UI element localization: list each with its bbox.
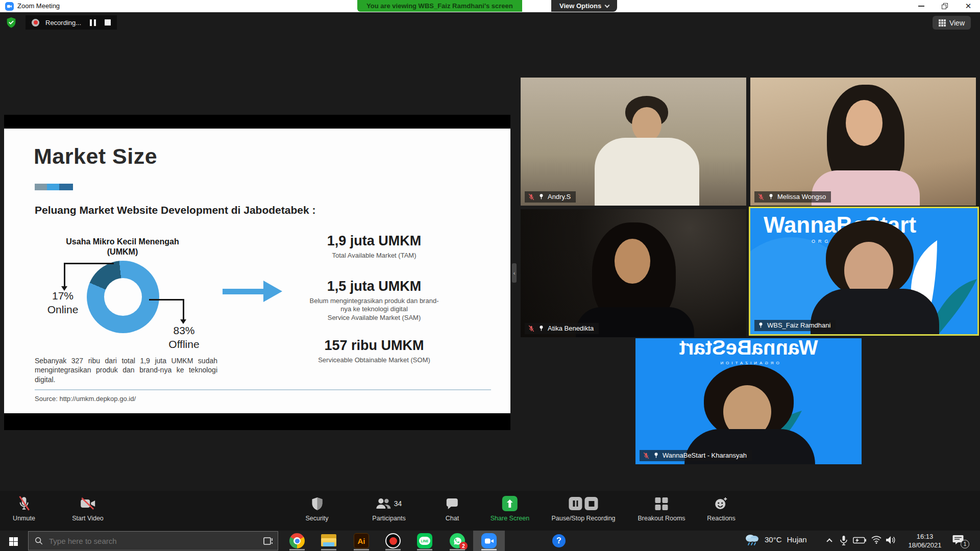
recorder-taskbar-icon[interactable] — [385, 533, 401, 548]
mic-muted-icon — [528, 325, 535, 332]
taskbar-search[interactable] — [28, 531, 278, 550]
minimize-icon — [918, 6, 924, 7]
tray-date: 18/06/2021 — [904, 541, 945, 549]
slide-title-accent-blocks — [35, 184, 73, 190]
recording-stop-button[interactable] — [105, 19, 111, 26]
start-video-button[interactable]: Start Video — [72, 496, 104, 522]
mic-muted-icon — [528, 193, 535, 201]
breakout-rooms-icon — [655, 497, 668, 510]
participant-nametag: Atika Benedikta — [525, 323, 599, 334]
recording-pause-button[interactable] — [87, 19, 99, 26]
security-button[interactable]: Security — [305, 496, 328, 522]
chrome-taskbar-icon[interactable] — [289, 533, 305, 548]
video-tile-andry[interactable]: Andry.S — [521, 78, 746, 206]
search-input[interactable] — [49, 537, 253, 545]
tray-mic-icon[interactable] — [840, 536, 847, 548]
task-view-icon — [262, 537, 273, 545]
zoom-icon — [481, 533, 497, 548]
start-button[interactable] — [4, 536, 22, 547]
illustrator-taskbar-icon[interactable]: Ai — [354, 533, 369, 548]
participant-nametag: WBS_Faiz Ramdhani — [754, 320, 836, 331]
panel-resize-handle[interactable]: ‹ — [512, 263, 517, 283]
stat-som: 157 ribu UMKM Serviceable Obtainable Mar… — [282, 338, 466, 364]
shared-screen-region: Market Size Peluang Market Website Devel… — [4, 115, 510, 430]
slide-divider-line — [35, 389, 491, 390]
task-view-button[interactable] — [260, 533, 275, 548]
participants-icon — [376, 498, 391, 509]
participants-button[interactable]: 34 Participants — [372, 496, 405, 522]
restore-icon — [942, 3, 948, 9]
participant-nametag: Andry.S — [525, 191, 576, 203]
slide: Market Size Peluang Market Website Devel… — [4, 129, 510, 413]
zoom-taskbar-icon[interactable] — [481, 533, 497, 548]
chat-button[interactable]: Chat — [446, 496, 459, 522]
tray-wifi-icon[interactable] — [871, 536, 881, 546]
breakout-rooms-button[interactable]: Breakout Rooms — [638, 496, 685, 522]
recording-dot-icon — [32, 19, 39, 27]
reactions-button[interactable]: Reactions — [707, 496, 736, 522]
donut-chart-label: Usaha Mikro Kecil Menengah (UMKM) — [46, 237, 199, 257]
mic-muted-icon — [643, 452, 650, 459]
slide-note: Sebanyak 327 ribu dari total 1,9 juta UM… — [35, 356, 217, 384]
window-titlebar: Zoom Meeting You are viewing WBS_Faiz Ra… — [0, 0, 980, 12]
clock-widget[interactable]: 16:13 18/06/2021 — [904, 532, 945, 549]
tray-volume-icon[interactable] — [886, 536, 896, 546]
chrome-icon — [289, 533, 305, 548]
pin-icon — [757, 322, 764, 329]
meeting-toolbar: Unmute Start Video Security 34 Participa… — [0, 491, 980, 531]
search-icon — [35, 537, 43, 545]
illustrator-icon: Ai — [354, 533, 369, 548]
unmute-button[interactable]: Unmute — [13, 496, 35, 522]
reactions-smiley-icon — [715, 497, 728, 511]
share-screen-button[interactable]: Share Screen — [491, 496, 529, 522]
line-taskbar-icon[interactable]: LINE — [417, 533, 432, 548]
stop-recording-icon — [585, 497, 598, 510]
grid-view-icon — [939, 19, 946, 27]
recording-indicator: Recording... — [26, 15, 117, 30]
help-tray-icon[interactable]: ? — [552, 533, 568, 548]
view-options-button[interactable]: View Options — [551, 0, 617, 12]
close-icon: ✕ — [965, 2, 972, 11]
pin-icon — [653, 452, 659, 459]
pause-stop-recording-button[interactable]: Pause/Stop Recording — [551, 496, 615, 522]
mic-muted-icon — [17, 496, 31, 511]
record-icon — [385, 533, 401, 548]
shield-icon — [311, 497, 323, 511]
screen-share-banner-text: You are viewing WBS_Faiz Ramdhani's scre… — [366, 2, 513, 10]
close-button[interactable]: ✕ — [957, 0, 980, 12]
slide-source: Source: http://umkm.depkop.go.id/ — [35, 395, 136, 403]
right-arrow-icon — [223, 289, 263, 294]
windows-logo-icon — [9, 537, 18, 546]
slide-title: Market Size — [34, 144, 157, 169]
weather-temp: 30°C — [765, 535, 782, 544]
video-tile-kharansyah[interactable]: WannaBeStart ORGANIZATION WannaBeStart -… — [635, 338, 862, 464]
pin-icon — [768, 193, 774, 200]
whatsapp-icon: 2 — [450, 533, 465, 548]
notification-badge: 1 — [961, 540, 969, 548]
chat-bubble-icon — [446, 497, 459, 510]
weather-widget[interactable]: 30°C Hujan — [744, 533, 807, 546]
offline-percentage-label: 83% Offline — [155, 323, 213, 352]
video-tile-melissa[interactable]: Melissa Wongso — [750, 78, 976, 206]
tray-battery-icon[interactable] — [853, 537, 867, 546]
recording-label: Recording... — [45, 19, 81, 27]
restore-button[interactable] — [933, 0, 957, 12]
online-connector-line — [64, 263, 114, 264]
slide-subtitle: Peluang Market Website Development di Ja… — [35, 204, 315, 216]
video-tile-faiz[interactable]: WannaBeStart ORGANIZATION WBS_Faiz Ramdh… — [749, 207, 979, 336]
donut-chart — [87, 261, 159, 333]
pause-recording-icon — [569, 497, 582, 510]
video-tile-atika[interactable]: Atika Benedikta — [521, 209, 746, 337]
file-explorer-taskbar-icon[interactable] — [321, 533, 336, 548]
whatsapp-taskbar-icon[interactable]: 2 — [450, 533, 465, 548]
participant-nametag: WannaBeStart - Kharansyah — [640, 450, 752, 461]
window-title: Zoom Meeting — [17, 2, 60, 10]
wannabestart-logo-mirrored: WannaBeStart — [635, 338, 862, 359]
gallery-view-button[interactable]: View — [933, 16, 971, 30]
stat-tam: 1,9 juta UMKM Total Available Market (TA… — [282, 233, 466, 260]
participants-count: 34 — [394, 499, 402, 508]
screen-share-banner: You are viewing WBS_Faiz Ramdhani's scre… — [357, 0, 522, 12]
pin-icon — [538, 325, 545, 332]
mic-muted-icon — [757, 193, 765, 201]
minimize-button[interactable] — [910, 0, 933, 12]
